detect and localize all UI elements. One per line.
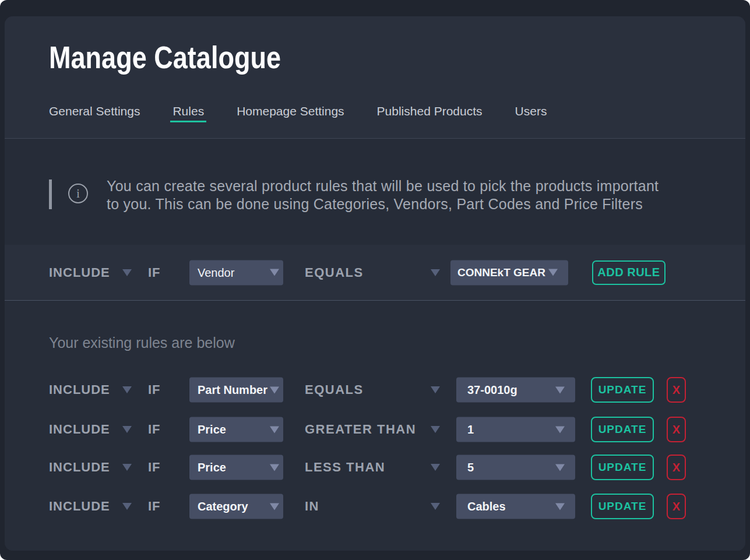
value-dropdown[interactable]: Cables (456, 494, 575, 519)
chevron-down-icon (548, 269, 558, 276)
rule-row: INCLUDE IF Price GREATER THAN 1 UPDATE X (5, 417, 745, 442)
chevron-down-icon[interactable] (122, 464, 132, 471)
chevron-down-icon (270, 503, 279, 510)
delete-rule-button[interactable]: X (667, 377, 686, 403)
value-dropdown[interactable]: CONNEkT GEAR (450, 260, 568, 285)
info-icon: i (68, 184, 88, 203)
chevron-down-icon (555, 386, 565, 393)
operator-dropdown-label[interactable]: IN (305, 499, 319, 514)
chevron-down-icon[interactable] (431, 269, 440, 276)
rule-row: INCLUDE IF Price LESS THAN 5 UPDATE X (5, 455, 745, 480)
tab-published-products[interactable]: Published Products (377, 105, 483, 122)
field-dropdown-value: Vendor (198, 266, 234, 279)
tab-bar: General Settings Rules Homepage Settings… (49, 105, 547, 122)
existing-rules-heading: Your existing rules are below (49, 334, 235, 351)
include-dropdown-label[interactable]: INCLUDE (49, 460, 110, 475)
tab-general-settings[interactable]: General Settings (49, 105, 140, 122)
chevron-down-icon (270, 269, 279, 276)
operator-dropdown-label[interactable]: EQUALS (305, 265, 364, 280)
if-label: IF (148, 382, 161, 397)
field-dropdown[interactable]: Vendor (189, 260, 283, 285)
field-dropdown[interactable]: Category (189, 494, 283, 519)
value-dropdown[interactable]: 5 (456, 455, 575, 480)
field-dropdown[interactable]: Part Number (189, 378, 283, 403)
app-window: Manage Catalogue General Settings Rules … (0, 0, 750, 560)
chevron-down-icon[interactable] (122, 503, 132, 510)
if-label: IF (148, 422, 161, 437)
if-label: IF (148, 265, 161, 280)
chevron-down-icon[interactable] (431, 426, 440, 433)
update-button[interactable]: UPDATE (591, 377, 654, 403)
page-title: Manage Catalogue (49, 42, 281, 73)
include-dropdown-label[interactable]: INCLUDE (49, 422, 110, 437)
include-dropdown-label[interactable]: INCLUDE (49, 265, 110, 280)
field-dropdown[interactable]: Price (189, 417, 283, 442)
chevron-down-icon (555, 503, 565, 510)
value-dropdown-value: CONNEkT GEAR (457, 266, 545, 279)
operator-dropdown-label[interactable]: EQUALS (305, 382, 364, 397)
chevron-down-icon (270, 426, 279, 433)
field-dropdown-value: Category (198, 500, 248, 513)
chevron-down-icon[interactable] (122, 426, 132, 433)
chevron-down-icon[interactable] (431, 386, 440, 393)
chevron-down-icon (555, 426, 565, 433)
rule-row: INCLUDE IF Category IN Cables UPDATE X (5, 494, 745, 519)
operator-dropdown-label[interactable]: LESS THAN (305, 460, 385, 475)
info-text: You can create several product rules tha… (107, 177, 659, 213)
field-dropdown[interactable]: Price (189, 455, 283, 480)
value-dropdown-value: 37-0010g (467, 383, 517, 397)
delete-rule-button[interactable]: X (667, 455, 686, 480)
chevron-down-icon[interactable] (431, 503, 440, 510)
value-dropdown[interactable]: 1 (456, 417, 575, 442)
value-dropdown[interactable]: 37-0010g (456, 378, 575, 403)
chevron-down-icon (270, 464, 279, 471)
include-dropdown-label[interactable]: INCLUDE (49, 499, 110, 514)
update-button[interactable]: UPDATE (591, 417, 654, 442)
update-button[interactable]: UPDATE (591, 455, 654, 480)
tab-homepage-settings[interactable]: Homepage Settings (237, 105, 344, 122)
existing-rules-section: Your existing rules are below INCLUDE IF… (5, 301, 745, 551)
chevron-down-icon (555, 464, 565, 471)
operator-dropdown-label[interactable]: GREATER THAN (305, 422, 416, 437)
info-section: i You can create several product rules t… (5, 139, 745, 245)
tab-rules[interactable]: Rules (170, 105, 206, 122)
field-dropdown-value: Price (198, 461, 226, 474)
info-accent-bar (49, 179, 52, 209)
rule-builder-row: INCLUDE IF Vendor EQUALS CONNEkT GEAR AD… (5, 245, 745, 300)
delete-rule-button[interactable]: X (667, 494, 686, 519)
if-label: IF (148, 460, 161, 475)
include-dropdown-label[interactable]: INCLUDE (49, 382, 110, 397)
info-text-line2: to you. This can be done using Categorie… (107, 195, 659, 213)
value-dropdown-value: 1 (467, 423, 474, 436)
chevron-down-icon (270, 386, 279, 393)
manage-catalogue-card: Manage Catalogue General Settings Rules … (5, 16, 745, 551)
if-label: IF (148, 499, 161, 514)
chevron-down-icon[interactable] (431, 464, 440, 471)
update-button[interactable]: UPDATE (591, 494, 654, 519)
delete-rule-button[interactable]: X (667, 417, 686, 442)
field-dropdown-value: Part Number (198, 383, 267, 397)
chevron-down-icon[interactable] (122, 269, 132, 276)
field-dropdown-value: Price (198, 423, 226, 436)
info-text-line1: You can create several product rules tha… (107, 177, 659, 195)
value-dropdown-value: Cables (467, 500, 506, 513)
chevron-down-icon[interactable] (122, 386, 132, 393)
add-rule-button[interactable]: ADD RULE (592, 260, 666, 285)
value-dropdown-value: 5 (467, 461, 474, 474)
rule-row: INCLUDE IF Part Number EQUALS 37-0010g U… (5, 377, 745, 403)
tab-users[interactable]: Users (515, 105, 547, 122)
header: Manage Catalogue General Settings Rules … (5, 16, 745, 138)
